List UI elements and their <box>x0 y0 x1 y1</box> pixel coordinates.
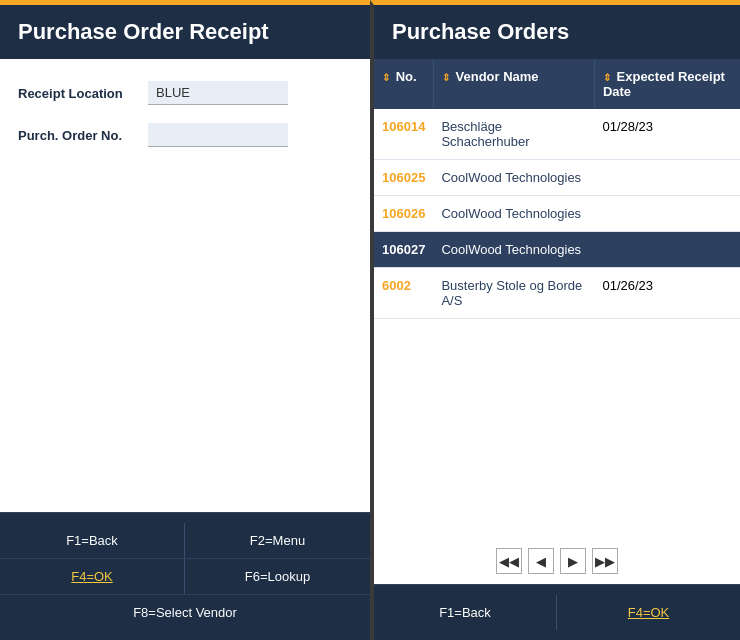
table-row[interactable]: 6002Busterby Stole og Borde A/S01/26/23 <box>374 268 740 319</box>
left-panel-title: Purchase Order Receipt <box>0 5 370 59</box>
f1-back-button[interactable]: F1=Back <box>0 523 185 558</box>
table-row[interactable]: 106014Beschläge Schacherhuber01/28/23 <box>374 109 740 160</box>
f8-select-vendor-button[interactable]: F8=Select Vendor <box>0 595 370 630</box>
first-page-button[interactable]: ◀◀ <box>496 548 522 574</box>
prev-page-button[interactable]: ◀ <box>528 548 554 574</box>
date-cell <box>594 160 740 196</box>
purch-order-no-input[interactable] <box>148 123 288 147</box>
vendor-name-cell: CoolWood Technologies <box>433 232 594 268</box>
table-row[interactable]: 106026CoolWood Technologies <box>374 196 740 232</box>
purchase-orders-table: ⇕ No. ⇕ Vendor Name ⇕ Expected Receipt D… <box>374 59 740 319</box>
left-panel: Purchase Order Receipt Receipt Location … <box>0 0 370 640</box>
next-page-button[interactable]: ▶ <box>560 548 586 574</box>
left-footer: F1=Back F2=Menu F4=OK F6=Lookup F8=Selec… <box>0 512 370 640</box>
po-number-cell: 106027 <box>374 232 433 268</box>
pagination: ◀◀ ◀ ▶ ▶▶ <box>374 538 740 584</box>
po-number-cell: 106014 <box>374 109 433 160</box>
table-row[interactable]: 106025CoolWood Technologies <box>374 160 740 196</box>
date-cell: 01/26/23 <box>594 268 740 319</box>
purch-order-no-row: Purch. Order No. <box>18 123 352 147</box>
col-header-vendor[interactable]: ⇕ Vendor Name <box>433 59 594 109</box>
col-header-date[interactable]: ⇕ Expected Receipt Date <box>594 59 740 109</box>
vendor-name-cell: Busterby Stole og Borde A/S <box>433 268 594 319</box>
f4-ok-button[interactable]: F4=OK <box>0 559 185 594</box>
vendor-name-cell: CoolWood Technologies <box>433 160 594 196</box>
receipt-location-input[interactable] <box>148 81 288 105</box>
last-page-button[interactable]: ▶▶ <box>592 548 618 574</box>
right-footer: F1=Back F4=OK <box>374 584 740 640</box>
form-area: Receipt Location Purch. Order No. <box>0 59 370 512</box>
right-f4-ok-button[interactable]: F4=OK <box>557 595 740 630</box>
right-panel: Purchase Orders ⇕ No. ⇕ Vendor Name ⇕ Ex… <box>370 0 740 640</box>
f2-menu-button[interactable]: F2=Menu <box>185 523 370 558</box>
po-number-cell: 106026 <box>374 196 433 232</box>
date-cell: 01/28/23 <box>594 109 740 160</box>
sort-icon-date: ⇕ <box>603 72 611 83</box>
po-number-cell: 106025 <box>374 160 433 196</box>
right-f1-back-button[interactable]: F1=Back <box>374 595 557 630</box>
f6-lookup-button[interactable]: F6=Lookup <box>185 559 370 594</box>
purchase-orders-table-container: ⇕ No. ⇕ Vendor Name ⇕ Expected Receipt D… <box>374 59 740 538</box>
col-header-no[interactable]: ⇕ No. <box>374 59 433 109</box>
po-number-cell: 6002 <box>374 268 433 319</box>
date-cell <box>594 196 740 232</box>
sort-icon-no: ⇕ <box>382 72 390 83</box>
receipt-location-label: Receipt Location <box>18 86 148 101</box>
sort-icon-vendor: ⇕ <box>442 72 450 83</box>
purch-order-no-label: Purch. Order No. <box>18 128 148 143</box>
receipt-location-row: Receipt Location <box>18 81 352 105</box>
table-row[interactable]: 106027CoolWood Technologies <box>374 232 740 268</box>
date-cell <box>594 232 740 268</box>
vendor-name-cell: Beschläge Schacherhuber <box>433 109 594 160</box>
vendor-name-cell: CoolWood Technologies <box>433 196 594 232</box>
right-panel-title: Purchase Orders <box>374 5 740 59</box>
